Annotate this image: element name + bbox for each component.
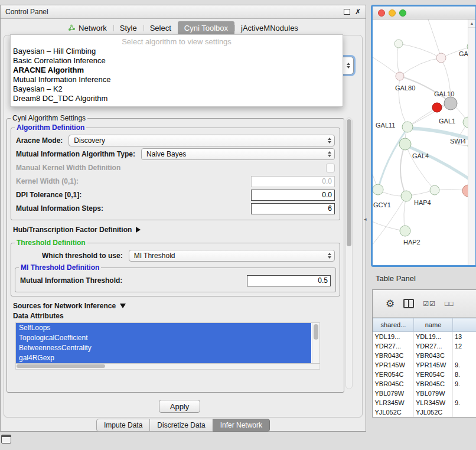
table-cell[interactable]: YBR043C	[414, 351, 453, 360]
panel-collapse-handle[interactable]: ◂	[364, 216, 367, 222]
network-node[interactable]	[396, 72, 404, 80]
table-column-header[interactable]: shared...	[373, 318, 414, 332]
bottom-tab-discretize-data[interactable]: Discretize Data	[149, 419, 213, 432]
table-cell[interactable]: YPR145W	[414, 360, 453, 370]
hub-section-toggle[interactable]: Hub/Transcription Factor Definition	[13, 226, 338, 234]
columns-icon[interactable]	[403, 299, 414, 308]
table-row[interactable]: YLR345WYLR345W9.	[373, 398, 476, 407]
kernel-width-input[interactable]	[251, 176, 335, 187]
network-node[interactable]	[401, 191, 412, 201]
float-window-icon[interactable]	[344, 9, 350, 15]
table-cell[interactable]: YDL19...	[414, 332, 453, 342]
table-cell[interactable]: YBR045C	[373, 379, 414, 389]
settings-scrollbar[interactable]	[345, 118, 353, 389]
table-cell[interactable]: YBL079W	[373, 389, 414, 398]
dpi-tolerance-input[interactable]	[251, 190, 335, 201]
tab-select[interactable]: Select	[144, 21, 178, 35]
apply-button[interactable]: Apply	[159, 400, 200, 413]
select-all-checkboxes-icon[interactable]: ☑☑	[423, 300, 436, 308]
algorithm-option[interactable]: Bayesian – Hill Climbing	[11, 47, 343, 56]
close-panel-icon[interactable]: ✗	[355, 8, 361, 15]
table-cell[interactable]: YER054C	[414, 370, 453, 379]
algorithm-option[interactable]: Basic Correlation Inference	[11, 56, 343, 66]
window-zoom-button[interactable]	[399, 9, 406, 17]
attributes-vertical-scrollbar[interactable]	[312, 323, 319, 363]
table-cell[interactable]: YPR145W	[373, 360, 414, 370]
table-cell[interactable]	[453, 407, 476, 417]
tab-style[interactable]: Style	[113, 21, 144, 35]
network-node[interactable]	[402, 122, 413, 132]
table-cell[interactable]: YBR045C	[414, 379, 453, 389]
table-cell[interactable]: YDL19...	[373, 332, 414, 342]
mi-steps-input[interactable]	[251, 203, 335, 214]
algorithm-option[interactable]: ARACNE Algorithm	[11, 66, 343, 75]
table-cell[interactable]: 9.	[453, 379, 476, 389]
bottom-tab-impute-data[interactable]: Impute Data	[96, 419, 150, 432]
table-cell[interactable]: YBL079W	[414, 389, 453, 398]
attribute-item[interactable]: TopologicalCoefficient	[16, 333, 311, 343]
network-node[interactable]	[395, 40, 403, 48]
deselect-all-checkboxes-icon[interactable]: □□	[445, 300, 454, 307]
table-cell[interactable]: 9.	[453, 360, 476, 370]
window-close-button[interactable]	[378, 9, 385, 17]
attribute-item[interactable]: BetweennessCentrality	[16, 343, 311, 353]
network-node[interactable]	[436, 53, 446, 63]
network-node[interactable]	[400, 226, 410, 236]
table-row[interactable]: YPR145WYPR145W9.	[373, 360, 476, 370]
table-cell[interactable]: 8.	[453, 370, 476, 379]
table-cell[interactable]: YDR27...	[373, 341, 414, 351]
table-cell[interactable]: 12	[453, 341, 476, 351]
network-edge[interactable]	[378, 128, 407, 190]
table-row[interactable]: YDR27...YDR27...12	[373, 341, 476, 351]
algorithm-option[interactable]: Dream8 DC_TDC Algorithm	[11, 94, 343, 103]
manual-kernel-width-checkbox[interactable]	[326, 164, 335, 172]
table-row[interactable]: YDL19...YDL19...13	[373, 332, 476, 342]
mi-threshold-input[interactable]	[247, 275, 331, 286]
algorithm-option[interactable]: Bayesian – K2	[11, 84, 343, 94]
restore-panel-icon[interactable]	[1, 435, 11, 444]
mi-algorithm-type-select[interactable]: Naive Bayes	[141, 148, 335, 160]
network-edge[interactable]	[399, 44, 441, 58]
attribute-item[interactable]: SelfLoops	[16, 323, 311, 333]
network-node[interactable]	[444, 97, 457, 110]
network-node[interactable]	[430, 185, 439, 195]
network-edge[interactable]	[373, 55, 400, 76]
table-column-header[interactable]: name	[414, 318, 453, 332]
aracne-mode-select[interactable]: Discovery	[69, 135, 335, 146]
table-cell[interactable]	[453, 389, 476, 398]
tab-jactivemnodules[interactable]: jActiveMNodules	[234, 21, 305, 35]
window-minimize-button[interactable]	[389, 9, 396, 17]
attribute-item[interactable]: gal4RGexp	[16, 353, 311, 363]
which-threshold-select[interactable]: MI Threshold	[129, 250, 335, 262]
attributes-horizontal-scrollbar[interactable]	[15, 364, 320, 370]
table-row[interactable]: YJL052CYJL052C	[373, 407, 476, 417]
network-canvas[interactable]: GAL80GAL10GAL11GAL1SWI4GAL4GCY1HAP4HAP2Y…	[373, 19, 475, 266]
sources-section-toggle[interactable]: Sources for Network Inference	[13, 302, 338, 310]
table-cell[interactable]: YJL052C	[373, 407, 414, 417]
scrollbar-thumb[interactable]	[347, 119, 351, 246]
table-cell[interactable]	[453, 351, 476, 360]
table-row[interactable]: YBL079WYBL079W	[373, 389, 476, 398]
network-node[interactable]	[373, 184, 383, 195]
scrollbar-thumb[interactable]	[314, 324, 318, 340]
network-edge[interactable]	[400, 144, 406, 196]
table-cell[interactable]: YLR345W	[373, 398, 414, 407]
table-row[interactable]: YER054CYER054C8.	[373, 370, 476, 379]
network-edge[interactable]	[399, 76, 407, 127]
network-node[interactable]	[399, 138, 411, 150]
table-cell[interactable]: YLR345W	[414, 398, 453, 407]
table-cell[interactable]: 9.	[453, 398, 476, 407]
scroll-up-icon[interactable]: ▲	[468, 19, 475, 28]
table-cell[interactable]: YER054C	[373, 370, 414, 379]
table-cell[interactable]: YJL052C	[414, 407, 453, 417]
table-row[interactable]: YBR045CYBR045C9.	[373, 379, 476, 389]
network-scrollbar[interactable]: ▲	[468, 19, 475, 266]
gear-icon[interactable]: ⚙	[386, 299, 395, 309]
table-column-header[interactable]	[453, 318, 476, 332]
network-node[interactable]	[432, 103, 442, 112]
algorithm-option[interactable]: Mutual Information Inference	[11, 75, 343, 84]
table-cell[interactable]: YDR27...	[414, 341, 453, 351]
table-row[interactable]: YBR043CYBR043C	[373, 351, 476, 360]
network-edge[interactable]	[400, 58, 441, 76]
bottom-tab-infer-network[interactable]: Infer Network	[213, 419, 270, 432]
